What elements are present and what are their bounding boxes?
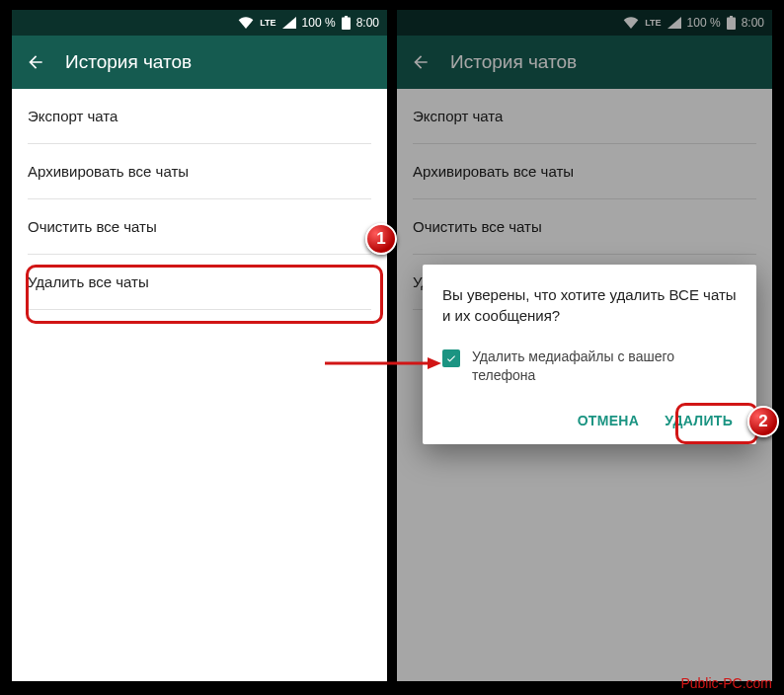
watermark: Public-PC.com [680, 675, 772, 691]
annotation-badge-1: 1 [365, 223, 397, 255]
item-archive-all[interactable]: Архивировать все чаты [12, 144, 387, 198]
item-export-chat[interactable]: Экспорт чата [12, 89, 387, 143]
item-clear-all[interactable]: Очистить все чаты [12, 199, 387, 254]
annotation-arrow [325, 355, 441, 371]
confirm-dialog: Вы уверены, что хотите удалить ВСЕ чаты … [423, 265, 756, 444]
battery-icon [342, 16, 351, 30]
page-title: История чатов [65, 51, 192, 73]
checkbox-delete-media[interactable] [442, 349, 460, 367]
dialog-title: Вы уверены, что хотите удалить ВСЕ чаты … [442, 284, 737, 326]
lte-icon: LTE [260, 18, 275, 28]
svg-rect-0 [342, 18, 351, 31]
settings-list: Экспорт чата Архивировать все чаты Очист… [12, 89, 387, 310]
dialog-checkbox-row[interactable]: Удалить медиафайлы с вашего телефона [442, 348, 737, 385]
divider [28, 309, 371, 310]
signal-icon [282, 17, 296, 29]
item-delete-all[interactable]: Удалить все чаты [12, 255, 387, 309]
phone-screen-right: LTE 100 % 8:00 История чатов Экспорт чат… [397, 10, 772, 681]
dialog-actions: ОТМЕНА УДАЛИТЬ [442, 409, 737, 436]
checkbox-label: Удалить медиафайлы с вашего телефона [472, 348, 737, 385]
cancel-button[interactable]: ОТМЕНА [578, 413, 639, 428]
delete-button[interactable]: УДАЛИТЬ [665, 413, 733, 428]
app-header: История чатов [12, 36, 387, 89]
svg-rect-1 [345, 16, 348, 18]
clock: 8:00 [356, 16, 379, 30]
phone-screen-left: LTE 100 % 8:00 История чатов Экспорт чат… [12, 10, 387, 681]
status-bar: LTE 100 % 8:00 [12, 10, 387, 36]
wifi-icon [238, 17, 254, 29]
annotation-badge-2: 2 [747, 406, 779, 437]
battery-percent: 100 % [302, 16, 336, 30]
svg-marker-5 [428, 357, 441, 369]
back-arrow-icon[interactable] [26, 52, 45, 72]
